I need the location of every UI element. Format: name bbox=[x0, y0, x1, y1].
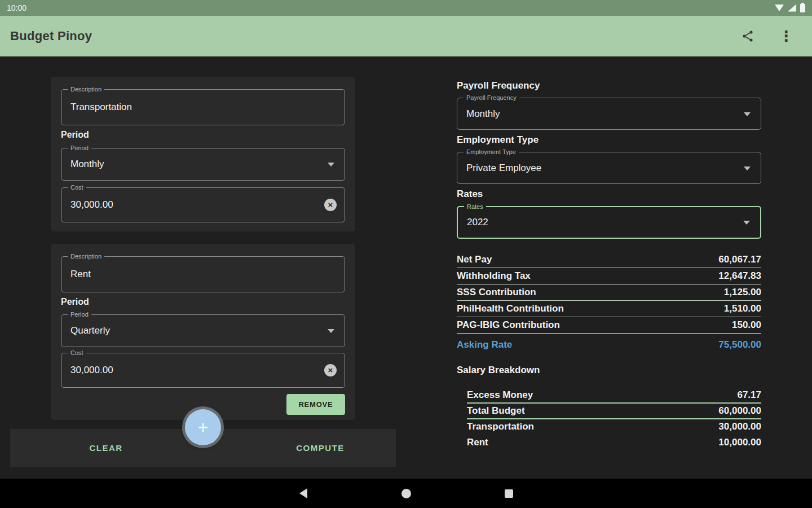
rates-heading: Rates bbox=[457, 189, 483, 200]
app-bar-actions: ⋮ bbox=[736, 25, 802, 47]
payroll-frequency-heading: Payroll Frequency bbox=[457, 80, 540, 91]
back-icon bbox=[299, 488, 307, 498]
home-icon bbox=[401, 489, 411, 498]
period-dropdown[interactable]: Period Monthly bbox=[61, 148, 345, 181]
battery-icon bbox=[800, 4, 805, 12]
employment-type-heading: Employment Type bbox=[457, 134, 539, 146]
payroll-frequency-value: Monthly bbox=[466, 108, 500, 120]
salary-breakdown-table: Excess Money 67.17 Total Budget 60,000.0… bbox=[467, 388, 761, 451]
share-button[interactable] bbox=[736, 25, 759, 47]
breakdown-row-excess-money: Excess Money 67.17 bbox=[467, 388, 761, 404]
breakdown-row-transportation: Transportation 30,000.00 bbox=[467, 419, 761, 435]
period-dropdown[interactable]: Period Quarterly bbox=[61, 314, 345, 347]
status-time: 10:00 bbox=[7, 3, 27, 12]
employment-type-value: Private Employee bbox=[466, 163, 541, 174]
result-label: SSS Contribution bbox=[457, 287, 536, 298]
period-heading: Period bbox=[61, 130, 89, 140]
cell-signal-icon bbox=[788, 5, 796, 12]
breakdown-row-total-budget: Total Budget 60,000.00 bbox=[467, 404, 761, 419]
android-nav-bar bbox=[0, 479, 812, 508]
breakdown-row-rent: Rent 10,000.00 bbox=[467, 435, 761, 451]
breakdown-label: Total Budget bbox=[467, 405, 525, 417]
salary-breakdown-heading: Salary Breakdown bbox=[457, 365, 540, 376]
payroll-panel: Payroll Frequency Payroll Frequency Mont… bbox=[457, 56, 761, 477]
payroll-frequency-dropdown[interactable]: Payroll Frequency Monthly bbox=[457, 98, 761, 130]
breakdown-label: Rent bbox=[467, 437, 488, 448]
expense-card-transportation: Description Transportation Period Period… bbox=[51, 77, 355, 231]
result-label: PAG-IBIG Contribution bbox=[457, 319, 560, 331]
result-row-withholding-tax: Withholding Tax 12,647.83 bbox=[457, 268, 761, 284]
result-value: 1,510.00 bbox=[724, 303, 761, 314]
compute-button[interactable]: COMPUTE bbox=[270, 429, 371, 467]
breakdown-value: 10,000.00 bbox=[718, 437, 761, 448]
add-expense-fab[interactable]: + bbox=[185, 409, 221, 445]
period-field-label: Period bbox=[68, 310, 91, 318]
expense-card-rent: Description Rent Period Period Quarterly… bbox=[51, 244, 355, 420]
cost-field-value: 30,000.00 bbox=[70, 199, 113, 211]
app-bar: Budget Pinoy ⋮ bbox=[0, 16, 812, 56]
asking-rate-label: Asking Rate bbox=[457, 339, 512, 351]
cost-input[interactable]: Cost 30,000.00 × bbox=[61, 187, 345, 222]
chevron-down-icon bbox=[328, 329, 334, 333]
nav-recents-button[interactable] bbox=[492, 479, 526, 508]
result-value: 60,067.17 bbox=[718, 254, 761, 265]
overflow-menu-button[interactable]: ⋮ bbox=[775, 25, 797, 47]
status-icons bbox=[775, 4, 805, 12]
cost-field-label: Cost bbox=[68, 183, 86, 191]
nav-back-button[interactable] bbox=[286, 479, 320, 508]
result-row-philhealth: PhilHealth Contribution 1,510.00 bbox=[457, 301, 761, 317]
plus-icon: + bbox=[198, 417, 209, 438]
period-field-value: Quarterly bbox=[70, 325, 110, 336]
chevron-down-icon bbox=[744, 167, 751, 170]
result-row-sss: SSS Contribution 1,125.00 bbox=[457, 284, 761, 301]
description-field-label: Description bbox=[68, 252, 104, 260]
period-field-value: Monthly bbox=[70, 159, 104, 170]
result-value: 1,125.00 bbox=[724, 287, 761, 298]
period-heading: Period bbox=[61, 297, 89, 307]
recents-icon bbox=[505, 489, 513, 498]
description-field-value: Transportation bbox=[70, 102, 132, 113]
employment-type-field-label: Employment Type bbox=[464, 148, 519, 156]
rates-value: 2022 bbox=[467, 217, 488, 228]
results-table: Net Pay 60,067.17 Withholding Tax 12,647… bbox=[457, 252, 761, 334]
result-value: 150.00 bbox=[732, 319, 761, 331]
description-input[interactable]: Description Rent bbox=[61, 256, 345, 292]
chevron-down-icon bbox=[743, 221, 750, 225]
result-row-net-pay: Net Pay 60,067.17 bbox=[457, 252, 761, 268]
rates-dropdown[interactable]: Rates 2022 bbox=[457, 206, 761, 239]
breakdown-label: Excess Money bbox=[467, 389, 533, 401]
asking-rate-value: 75,500.00 bbox=[718, 339, 761, 351]
description-field-value: Rent bbox=[70, 269, 91, 280]
status-bar: 10:00 bbox=[0, 0, 812, 16]
payroll-frequency-field-label: Payroll Frequency bbox=[464, 94, 519, 102]
nav-home-button[interactable] bbox=[389, 479, 423, 508]
employment-type-dropdown[interactable]: Employment Type Private Employee bbox=[457, 152, 761, 184]
chevron-down-icon bbox=[328, 163, 334, 167]
remove-expense-button[interactable]: REMOVE bbox=[286, 394, 345, 415]
clear-button[interactable]: CLEAR bbox=[67, 429, 145, 467]
result-label: PhilHealth Contribution bbox=[457, 303, 564, 314]
page-title: Budget Pinoy bbox=[10, 29, 92, 43]
overflow-menu-icon: ⋮ bbox=[779, 29, 793, 43]
breakdown-value: 60,000.00 bbox=[718, 405, 761, 417]
cost-input[interactable]: Cost 30,000.00 × bbox=[61, 353, 345, 388]
chevron-down-icon bbox=[744, 112, 751, 116]
result-label: Withholding Tax bbox=[457, 270, 531, 282]
description-input[interactable]: Description Transportation bbox=[61, 89, 345, 125]
cost-field-value: 30,000.00 bbox=[70, 365, 113, 376]
cost-field-label: Cost bbox=[68, 349, 86, 357]
wifi-icon bbox=[775, 5, 784, 11]
clear-cost-icon[interactable]: × bbox=[324, 199, 337, 211]
result-row-pagibig: PAG-IBIG Contribution 150.00 bbox=[457, 317, 761, 334]
result-label: Net Pay bbox=[457, 254, 492, 265]
rates-field-label: Rates bbox=[464, 203, 486, 211]
period-field-label: Period bbox=[68, 144, 91, 152]
breakdown-label: Transportation bbox=[467, 421, 534, 432]
result-value: 12,647.83 bbox=[718, 270, 761, 282]
breakdown-value: 67.17 bbox=[737, 389, 761, 401]
breakdown-value: 30,000.00 bbox=[718, 421, 761, 432]
description-field-label: Description bbox=[68, 85, 104, 93]
asking-rate-row: Asking Rate 75,500.00 bbox=[457, 336, 761, 353]
clear-cost-icon[interactable]: × bbox=[324, 364, 337, 376]
share-icon bbox=[741, 29, 754, 43]
